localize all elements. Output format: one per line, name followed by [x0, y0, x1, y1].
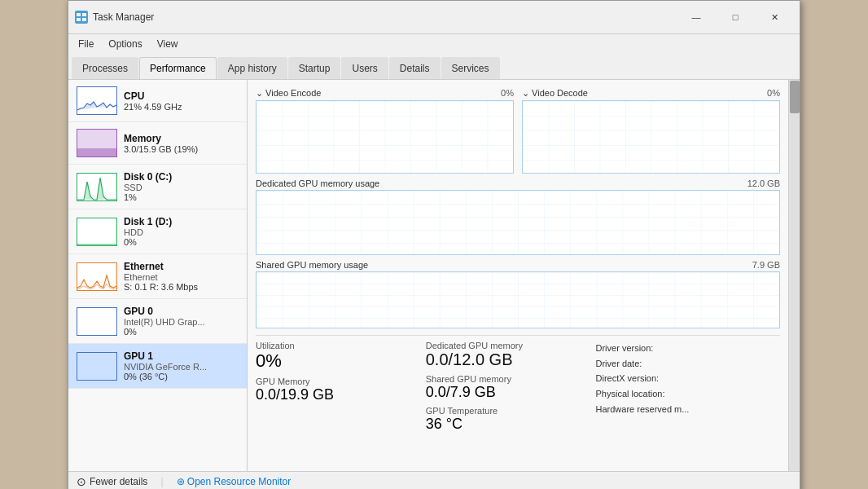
hardware-row: Hardware reserved m...	[596, 402, 781, 417]
svg-rect-0	[77, 13, 81, 16]
video-decode-box: ⌄ Video Decode 0%	[522, 88, 780, 174]
minimize-button[interactable]: —	[677, 6, 715, 29]
svg-rect-2	[77, 18, 81, 21]
memory-value: 3.0/15.9 GB (19%)	[124, 144, 239, 154]
menu-file[interactable]: File	[72, 36, 100, 52]
dedicated-gpu-label-row: Dedicated GPU memory usage 12.0 GB	[256, 178, 780, 188]
content: CPU 21% 4.59 GHz Memory 3.0/15.9 GB (19%…	[68, 80, 800, 471]
directx-label: DirectX version:	[596, 373, 660, 383]
disk0-info: Disk 0 (C:) SSD 1%	[124, 171, 239, 202]
driver-version-label: Driver version:	[596, 343, 654, 353]
video-encode-arrow: ⌄ Video Encode	[256, 88, 321, 99]
svg-rect-13	[256, 191, 779, 255]
video-decode-label: Video Decode	[532, 88, 588, 98]
tab-performance[interactable]: Performance	[139, 57, 217, 79]
ethernet-type: Ethernet	[124, 272, 239, 282]
cpu-value: 21% 4.59 GHz	[124, 102, 239, 112]
menu-options[interactable]: Options	[102, 36, 148, 52]
menu-view[interactable]: View	[151, 36, 185, 52]
tab-processes[interactable]: Processes	[72, 57, 138, 79]
shared-gpu-label-row: Shared GPU memory usage 7.9 GB	[256, 260, 780, 270]
svg-rect-15	[256, 272, 779, 328]
fewer-details-button[interactable]: ⊙ Fewer details	[77, 475, 147, 488]
maximize-button[interactable]: □	[717, 6, 754, 29]
ethernet-name: Ethernet	[124, 261, 239, 272]
sidebar-item-disk1[interactable]: Disk 1 (D:) HDD 0%	[68, 209, 247, 254]
disk1-info: Disk 1 (D:) HDD 0%	[124, 216, 239, 247]
video-encode-graph	[256, 100, 514, 174]
scrollbar-thumb[interactable]	[790, 81, 800, 113]
gpu1-info: GPU 1 NVIDIA GeForce R... 0% (36 °C)	[124, 350, 239, 381]
cpu-name: CPU	[124, 90, 239, 102]
tab-details[interactable]: Details	[389, 57, 441, 79]
sidebar-item-cpu[interactable]: CPU 21% 4.59 GHz	[68, 80, 247, 122]
task-manager-window: Task Manager — □ ✕ File Options View Pro…	[68, 0, 800, 489]
ethernet-info: Ethernet Ethernet S: 0.1 R: 3.6 Mbps	[124, 261, 239, 292]
sidebar-item-memory[interactable]: Memory 3.0/15.9 GB (19%)	[68, 122, 247, 165]
fewer-details-label: Fewer details	[90, 476, 147, 487]
dedicated-label: Dedicated GPU memory	[426, 341, 580, 350]
disk1-type: HDD	[124, 227, 239, 237]
utilization-col: Utilization 0% GPU Memory 0.0/19.9 GB	[256, 341, 410, 433]
sidebar-item-gpu0[interactable]: GPU 0 Intel(R) UHD Grap... 0%	[68, 299, 247, 344]
sidebar-item-gpu1[interactable]: GPU 1 NVIDIA GeForce R... 0% (36 °C)	[68, 344, 247, 389]
dedicated-col: Dedicated GPU memory 0.0/12.0 GB Shared …	[426, 341, 580, 433]
gpu1-mini-graph	[77, 352, 117, 381]
gpu0-value: 0%	[124, 327, 239, 337]
disk0-type: SSD	[124, 183, 239, 192]
utilization-label: Utilization	[256, 341, 410, 350]
driver-date-row: Driver date:	[596, 356, 781, 372]
gpu-memory-value: 0.0/19.9 GB	[256, 386, 410, 403]
tab-startup[interactable]: Startup	[288, 57, 341, 79]
gpu-memory-label: GPU Memory	[256, 377, 410, 386]
driver-col: Driver version: Driver date: DirectX ver…	[596, 341, 781, 433]
gpu0-info: GPU 0 Intel(R) UHD Grap... 0%	[124, 306, 239, 337]
svg-rect-9	[256, 101, 513, 174]
video-encode-label: Video Encode	[265, 88, 321, 98]
physical-label: Physical location:	[596, 389, 665, 399]
stats-row: Utilization 0% GPU Memory 0.0/19.9 GB De…	[256, 335, 780, 433]
shared-label: Shared GPU memory	[426, 374, 580, 384]
sidebar-item-disk0[interactable]: Disk 0 (C:) SSD 1%	[68, 165, 247, 209]
open-resource-monitor-link[interactable]: ⊛ Open Resource Monitor	[177, 476, 292, 487]
video-graphs-row: ⌄ Video Encode 0%	[256, 88, 780, 174]
svg-rect-7	[77, 353, 116, 380]
physical-row: Physical location:	[596, 386, 781, 402]
tab-users[interactable]: Users	[341, 57, 388, 79]
disk0-mini-graph	[77, 173, 117, 201]
footer-divider: |	[160, 476, 163, 487]
memory-name: Memory	[124, 133, 239, 144]
video-encode-label-row: ⌄ Video Encode 0%	[256, 88, 514, 99]
svg-rect-11	[523, 101, 779, 174]
video-decode-pct: 0%	[767, 88, 780, 99]
memory-mini-graph	[77, 129, 117, 157]
sidebar-item-ethernet[interactable]: Ethernet Ethernet S: 0.1 R: 3.6 Mbps	[68, 254, 247, 299]
gpu0-type: Intel(R) UHD Grap...	[124, 317, 239, 327]
disk0-value: 1%	[124, 192, 239, 202]
dedicated-gpu-max: 12.0 GB	[747, 178, 780, 188]
temp-value: 36 °C	[426, 416, 580, 433]
shared-gpu-graph	[256, 271, 780, 328]
gpu0-mini-graph	[77, 307, 117, 336]
tab-services[interactable]: Services	[441, 57, 500, 79]
shared-gpu-section: Shared GPU memory usage 7.9 GB	[256, 260, 780, 328]
cpu-mini-graph	[77, 86, 117, 115]
tab-app-history[interactable]: App history	[217, 57, 287, 79]
scrollbar[interactable]	[788, 80, 800, 471]
sidebar: CPU 21% 4.59 GHz Memory 3.0/15.9 GB (19%…	[68, 80, 248, 471]
window-controls: — □ ✕	[677, 6, 793, 29]
video-decode-arrow: ⌄ Video Decode	[522, 88, 588, 99]
video-decode-label-row: ⌄ Video Decode 0%	[522, 88, 780, 99]
svg-rect-5	[77, 148, 116, 156]
close-button[interactable]: ✕	[756, 6, 793, 29]
memory-info: Memory 3.0/15.9 GB (19%)	[124, 133, 239, 154]
driver-version-row: Driver version:	[596, 341, 781, 356]
title-bar: Task Manager — □ ✕	[68, 1, 800, 34]
video-decode-graph	[522, 100, 780, 174]
svg-rect-6	[77, 308, 116, 335]
shared-gpu-label: Shared GPU memory usage	[256, 260, 368, 270]
temp-label: GPU Temperature	[426, 406, 580, 416]
utilization-value: 0%	[256, 350, 410, 372]
gpu1-name: GPU 1	[124, 350, 239, 362]
dedicated-gpu-label: Dedicated GPU memory usage	[256, 178, 379, 188]
